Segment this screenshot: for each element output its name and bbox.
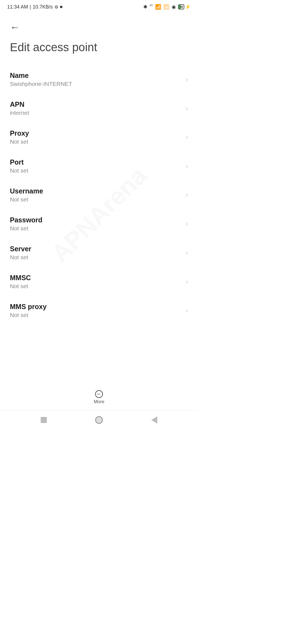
setting-label: Name bbox=[10, 72, 72, 80]
chevron-right-icon: › bbox=[186, 306, 188, 315]
status-data-rate: 10.7KB/s bbox=[33, 4, 53, 10]
setting-row-server[interactable]: Server Not set › bbox=[10, 238, 188, 267]
chevron-right-icon: › bbox=[186, 277, 188, 286]
nav-back-button[interactable] bbox=[151, 416, 157, 424]
setting-row-mmsc[interactable]: MMSC Not set › bbox=[10, 267, 188, 296]
setting-value: Swishphone-INTERNET bbox=[10, 81, 72, 87]
setting-row-name[interactable]: Name Swishphone-INTERNET › bbox=[10, 65, 188, 94]
setting-row-password[interactable]: Password Not set › bbox=[10, 209, 188, 238]
status-time: 11:34 AM bbox=[7, 4, 28, 10]
battery-indicator: 38 ⚡ bbox=[178, 4, 191, 10]
setting-row-port[interactable]: Port Not set › bbox=[10, 152, 188, 181]
setting-value: Not set bbox=[10, 312, 46, 318]
chevron-right-icon: › bbox=[186, 75, 188, 84]
setting-label: Server bbox=[10, 245, 31, 253]
setting-label: Proxy bbox=[10, 129, 29, 137]
cellular-4g-label: 4G bbox=[150, 4, 153, 7]
status-bar: 11:34 AM | 10.7KB/s ⚙ ■ ✱ 4G 📶 📶 ◉ 38 ⚡ bbox=[0, 0, 198, 14]
page-title: Edit access point bbox=[10, 41, 188, 54]
setting-row-apn[interactable]: APN internet › bbox=[10, 94, 188, 123]
charging-icon: ⚡ bbox=[185, 4, 191, 10]
camera-icon: ■ bbox=[60, 4, 63, 9]
bluetooth-icon: ✱ bbox=[143, 4, 147, 10]
setting-label: Password bbox=[10, 216, 42, 224]
more-icon: ⋯ bbox=[95, 390, 103, 398]
setting-row-mms-proxy[interactable]: MMS proxy Not set › bbox=[10, 296, 188, 325]
setting-value: Not set bbox=[10, 196, 43, 203]
setting-label: MMSC bbox=[10, 274, 31, 282]
setting-value: Not set bbox=[10, 167, 28, 174]
setting-value: Not set bbox=[10, 138, 29, 145]
chevron-right-icon: › bbox=[186, 249, 188, 257]
more-button[interactable]: ⋯ More bbox=[94, 390, 105, 405]
wifi-icon: ◉ bbox=[172, 4, 176, 10]
chevron-right-icon: › bbox=[186, 133, 188, 141]
setting-value: internet bbox=[10, 110, 29, 116]
more-label: More bbox=[94, 399, 105, 405]
status-left: 11:34 AM | 10.7KB/s ⚙ ■ bbox=[7, 4, 62, 10]
navigation-bar bbox=[0, 410, 198, 429]
chevron-right-icon: › bbox=[186, 162, 188, 170]
battery-level: 38 bbox=[178, 4, 184, 9]
setting-label: MMS proxy bbox=[10, 303, 46, 311]
setting-label: APN bbox=[10, 100, 29, 108]
header: ← Edit access point bbox=[0, 14, 198, 54]
signal-icon-1: 📶 bbox=[155, 4, 161, 10]
setting-value: Not set bbox=[10, 283, 31, 290]
setting-value: Not set bbox=[10, 254, 31, 261]
gear-icon: ⚙ bbox=[54, 4, 58, 10]
signal-icon-2: 📶 bbox=[163, 4, 169, 10]
chevron-right-icon: › bbox=[186, 220, 188, 228]
status-separator: | bbox=[30, 4, 31, 10]
setting-value: Not set bbox=[10, 225, 42, 232]
nav-home-button[interactable] bbox=[95, 416, 103, 424]
chevron-right-icon: › bbox=[186, 191, 188, 199]
status-right: ✱ 4G 📶 📶 ◉ 38 ⚡ bbox=[143, 4, 191, 10]
settings-list: Name Swishphone-INTERNET › APN internet … bbox=[0, 65, 198, 325]
setting-label: Port bbox=[10, 158, 28, 166]
setting-row-proxy[interactable]: Proxy Not set › bbox=[10, 123, 188, 152]
setting-row-username[interactable]: Username Not set › bbox=[10, 181, 188, 209]
setting-label: Username bbox=[10, 187, 43, 195]
chevron-right-icon: › bbox=[186, 104, 188, 113]
nav-recents-button[interactable] bbox=[41, 417, 47, 423]
bottom-bar: ⋯ More bbox=[0, 388, 198, 405]
back-button[interactable]: ← bbox=[10, 19, 20, 35]
